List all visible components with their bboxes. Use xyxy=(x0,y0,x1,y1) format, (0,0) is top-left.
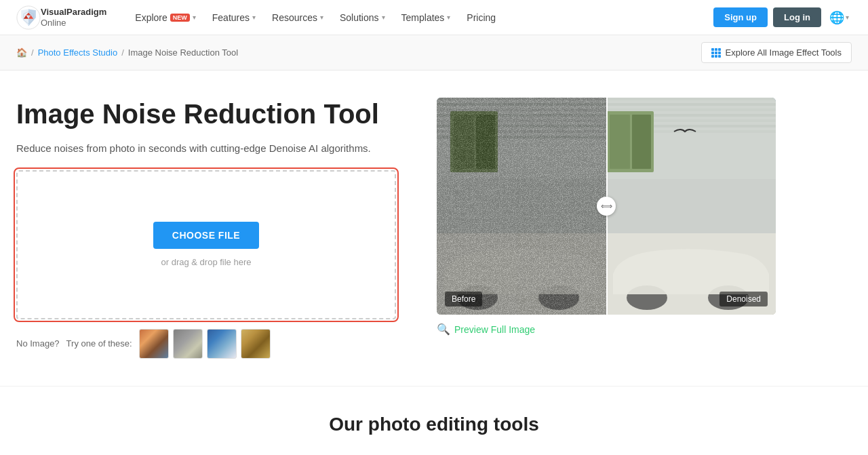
sample-row: No Image? Try one of these: xyxy=(16,329,396,359)
language-button[interactable]: 🌐 ▾ xyxy=(827,7,852,28)
svg-rect-29 xyxy=(632,115,651,169)
sample-images xyxy=(139,329,271,359)
signup-button[interactable]: Sign up xyxy=(713,7,768,27)
explore-tools-button[interactable]: Explore All Image Effect Tools xyxy=(701,42,852,63)
svg-rect-22 xyxy=(606,108,776,111)
home-icon: 🏠 xyxy=(16,47,27,58)
main-content: Image Noise Reduction Tool Reduce noises… xyxy=(0,71,868,386)
templates-chevron: ▾ xyxy=(447,14,450,21)
svg-rect-28 xyxy=(610,115,630,169)
right-panel: ⟺ Before Denoised 🔍 Preview Full Image xyxy=(437,98,852,336)
breadcrumb-sep-2: / xyxy=(121,47,124,58)
left-panel: Image Noise Reduction Tool Reduce noises… xyxy=(16,98,396,359)
choose-file-button[interactable]: CHOOSE FILE xyxy=(153,222,259,249)
page-description: Reduce noises from photo in seconds with… xyxy=(16,141,396,157)
comparison-handle[interactable]: ⟺ xyxy=(597,197,616,216)
breadcrumb-current: Image Noise Reduction Tool xyxy=(128,47,238,58)
sample-thumb-3[interactable] xyxy=(207,329,237,359)
image-after-half xyxy=(606,98,776,315)
nav-templates[interactable]: Templates ▾ xyxy=(395,8,458,27)
image-comparison[interactable]: ⟺ Before Denoised xyxy=(437,98,776,315)
brand-name: VisualParadigm Online xyxy=(41,7,106,28)
brand-logo-link[interactable]: VisualParadigm Online xyxy=(16,5,106,30)
denoised-label: Denoised xyxy=(719,292,768,306)
svg-rect-21 xyxy=(606,103,776,106)
solutions-chevron: ▾ xyxy=(382,14,385,21)
after-svg xyxy=(606,98,776,315)
breadcrumb-bar: 🏠 / Photo Effects Studio / Image Noise R… xyxy=(0,35,868,71)
new-badge: NEW xyxy=(170,14,190,22)
nav-features[interactable]: Features ▾ xyxy=(205,8,262,27)
breadcrumb-studio[interactable]: Photo Effects Studio xyxy=(38,47,118,58)
explore-chevron: ▾ xyxy=(193,14,196,21)
upload-dropzone[interactable]: CHOOSE FILE or drag & drop file here xyxy=(16,170,396,319)
sample-thumb-2[interactable] xyxy=(173,329,203,359)
nav-resources[interactable]: Resources ▾ xyxy=(265,8,330,27)
login-button[interactable]: Log in xyxy=(773,7,821,27)
breadcrumb: 🏠 / Photo Effects Studio / Image Noise R… xyxy=(16,47,238,58)
brand-logo-svg xyxy=(16,5,41,30)
resources-chevron: ▾ xyxy=(320,14,323,21)
globe-icon: 🌐 xyxy=(829,10,844,25)
breadcrumb-home[interactable]: 🏠 xyxy=(16,47,27,58)
preview-full-link[interactable]: 🔍 Preview Full Image xyxy=(437,323,852,336)
nav-actions: Sign up Log in 🌐 ▾ xyxy=(713,7,852,28)
grid-icon xyxy=(711,48,721,58)
nav-items: Explore NEW ▾ Features ▾ Resources ▾ Sol… xyxy=(128,8,713,27)
drag-drop-text: or drag & drop file here xyxy=(161,257,252,267)
globe-chevron: ▾ xyxy=(846,14,849,21)
tools-section: Our photo editing tools xyxy=(0,386,868,449)
before-svg xyxy=(437,98,606,315)
zoom-icon: 🔍 xyxy=(437,323,450,336)
nav-pricing[interactable]: Pricing xyxy=(460,8,502,27)
tools-section-title: Our photo editing tools xyxy=(16,414,852,435)
features-chevron: ▾ xyxy=(252,14,256,21)
navbar: VisualParadigm Online Explore NEW ▾ Feat… xyxy=(0,0,868,35)
page-title: Image Noise Reduction Tool xyxy=(16,98,396,130)
before-label: Before xyxy=(445,292,482,306)
svg-rect-20 xyxy=(606,98,776,100)
nav-explore[interactable]: Explore NEW ▾ xyxy=(128,8,202,27)
svg-rect-18 xyxy=(437,98,606,315)
sample-thumb-4[interactable] xyxy=(241,329,271,359)
nav-solutions[interactable]: Solutions ▾ xyxy=(333,8,392,27)
try-label: Try one of these: xyxy=(66,338,132,349)
no-image-label: No Image? xyxy=(16,338,60,349)
sample-thumb-1[interactable] xyxy=(139,329,169,359)
breadcrumb-sep-1: / xyxy=(31,47,34,58)
image-before-half xyxy=(437,98,606,315)
